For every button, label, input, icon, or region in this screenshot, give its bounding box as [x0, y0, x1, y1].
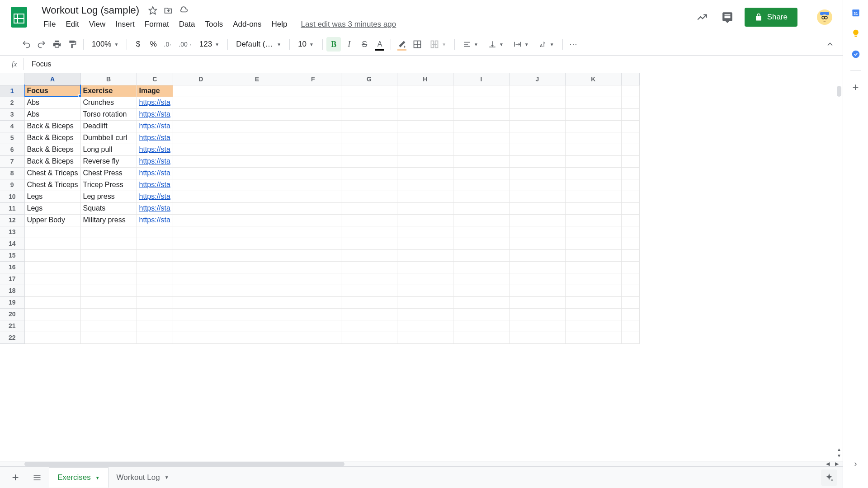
row-header[interactable]: 14 — [0, 238, 24, 249]
cell[interactable] — [341, 132, 397, 144]
cell[interactable]: Back & Biceps — [24, 132, 80, 144]
text-rotation-dropdown[interactable]: ▼ — [534, 37, 559, 52]
url-link[interactable]: https://sta — [139, 157, 170, 165]
url-link[interactable]: https://sta — [139, 99, 170, 106]
row-header[interactable]: 11 — [0, 202, 24, 214]
cell[interactable] — [621, 296, 639, 308]
url-link[interactable]: https://sta — [139, 145, 170, 153]
column-header[interactable]: C — [137, 73, 173, 85]
chevron-down-icon[interactable]: ▼ — [165, 475, 169, 480]
cell[interactable]: Back & Biceps — [24, 144, 80, 155]
cell[interactable] — [285, 155, 341, 167]
row-header[interactable]: 21 — [0, 320, 24, 332]
row-header[interactable]: 19 — [0, 296, 24, 308]
document-title[interactable]: Workout Log (sample) — [39, 4, 142, 17]
undo-button[interactable] — [19, 37, 33, 52]
cell[interactable] — [285, 226, 341, 238]
share-button[interactable]: Share — [745, 8, 797, 27]
cell[interactable] — [24, 332, 80, 343]
cell[interactable] — [285, 179, 341, 191]
cell[interactable] — [565, 249, 621, 261]
cell[interactable]: https://sta — [137, 108, 173, 120]
cell[interactable] — [341, 167, 397, 179]
collapse-toolbar-button[interactable] — [823, 37, 837, 52]
account-avatar[interactable] — [816, 8, 834, 26]
cell[interactable] — [341, 191, 397, 202]
cell[interactable] — [397, 261, 453, 273]
cell[interactable] — [453, 214, 509, 226]
cell[interactable] — [80, 226, 137, 238]
sheet-tab[interactable]: Workout Log▼ — [108, 467, 177, 488]
cell[interactable] — [565, 226, 621, 238]
hide-panel-icon[interactable]: › — [851, 459, 860, 468]
cell[interactable] — [565, 261, 621, 273]
text-wrap-dropdown[interactable]: ▼ — [509, 37, 533, 52]
merge-cells-dropdown[interactable]: ▼ — [425, 37, 451, 52]
row-header[interactable]: 3 — [0, 108, 24, 120]
cell[interactable] — [80, 308, 137, 320]
horizontal-scrollbar[interactable]: ◀ ▶ — [0, 461, 843, 466]
cell[interactable] — [341, 97, 397, 108]
cell[interactable] — [621, 308, 639, 320]
italic-button[interactable]: I — [342, 37, 356, 52]
cell[interactable] — [453, 97, 509, 108]
increase-decimal-button[interactable]: .00→ — [177, 37, 193, 52]
scrollbar-thumb[interactable] — [24, 462, 344, 466]
row-header[interactable]: 17 — [0, 273, 24, 285]
cell[interactable] — [565, 179, 621, 191]
cell[interactable] — [453, 179, 509, 191]
cell[interactable]: Leg press — [80, 191, 137, 202]
cell[interactable] — [453, 132, 509, 144]
cell[interactable]: Abs — [24, 97, 80, 108]
cell[interactable]: https://sta — [137, 179, 173, 191]
menu-data[interactable]: Data — [175, 18, 200, 31]
cell[interactable] — [453, 249, 509, 261]
row-header[interactable]: 9 — [0, 179, 24, 191]
cell[interactable] — [173, 97, 229, 108]
column-header[interactable]: I — [453, 73, 509, 85]
cell[interactable] — [397, 320, 453, 332]
cell[interactable] — [341, 214, 397, 226]
cell[interactable] — [173, 285, 229, 296]
cell[interactable]: Tricep Press — [80, 179, 137, 191]
cell[interactable] — [173, 226, 229, 238]
cell[interactable] — [509, 167, 565, 179]
cell[interactable] — [24, 308, 80, 320]
cell[interactable] — [285, 167, 341, 179]
cell[interactable] — [397, 273, 453, 285]
cell[interactable]: Chest & Triceps — [24, 167, 80, 179]
cell[interactable] — [80, 320, 137, 332]
cell[interactable]: https://sta — [137, 97, 173, 108]
cell[interactable] — [453, 167, 509, 179]
cell[interactable] — [453, 85, 509, 97]
cell[interactable] — [621, 179, 639, 191]
cell[interactable] — [509, 296, 565, 308]
cell[interactable]: Crunches — [80, 97, 137, 108]
cell[interactable] — [173, 179, 229, 191]
zoom-dropdown[interactable]: 100% ▼ — [87, 37, 123, 52]
cell[interactable] — [453, 226, 509, 238]
cell[interactable] — [621, 85, 639, 97]
cell[interactable] — [565, 332, 621, 343]
column-header[interactable]: H — [397, 73, 453, 85]
cell[interactable] — [173, 120, 229, 132]
cell[interactable] — [397, 167, 453, 179]
cell[interactable] — [229, 308, 285, 320]
scrollbar-thumb[interactable] — [837, 86, 841, 97]
cell[interactable] — [565, 97, 621, 108]
scroll-right-icon[interactable]: ▶ — [833, 461, 841, 467]
cell[interactable] — [80, 261, 137, 273]
cell[interactable]: Torso rotation — [80, 108, 137, 120]
cell[interactable] — [285, 320, 341, 332]
explore-button[interactable] — [821, 469, 837, 486]
cell[interactable]: Upper Body — [24, 214, 80, 226]
cell[interactable] — [621, 191, 639, 202]
cell[interactable] — [24, 238, 80, 249]
cell[interactable] — [229, 85, 285, 97]
cell[interactable] — [565, 273, 621, 285]
cell[interactable] — [137, 226, 173, 238]
cell[interactable] — [509, 273, 565, 285]
cell[interactable] — [285, 214, 341, 226]
spreadsheet-grid[interactable]: ABCDEFGHIJK1FocusExerciseImage2AbsCrunch… — [0, 73, 843, 461]
cell[interactable] — [80, 249, 137, 261]
